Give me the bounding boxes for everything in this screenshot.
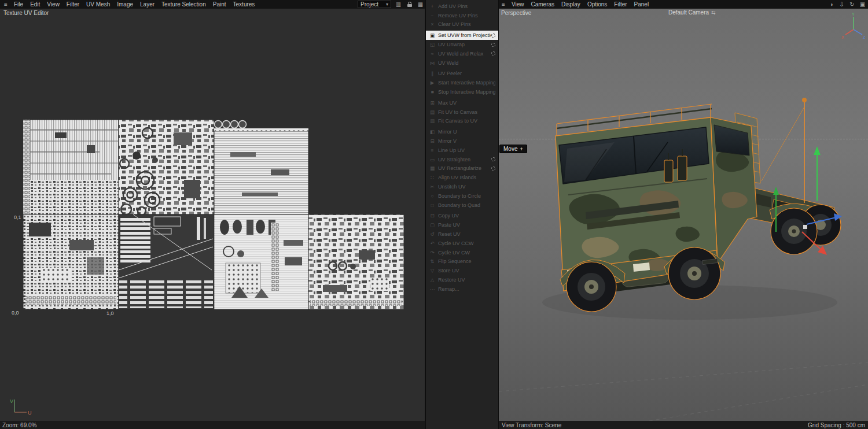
boundary-to-quad-icon: □ <box>429 202 436 208</box>
uv-peeler-icon: ∥ <box>429 71 436 76</box>
uv-menu-item-stop-interactive-mapping[interactable]: ■Stop Interactive Mapping <box>426 87 498 97</box>
vp-menu-display[interactable]: Display <box>558 1 584 8</box>
download-icon[interactable]: ⇩ <box>838 1 845 8</box>
menu-textures[interactable]: Textures <box>230 1 259 8</box>
world-axis-gizmo: Y X Z <box>840 11 867 40</box>
uv-menu-item-cycle-uv-cw[interactable]: ↷Cycle UV CW <box>426 248 498 257</box>
history-icon[interactable]: ↻ <box>848 1 856 8</box>
set-uvw-from-projection-icon: ▣ <box>429 32 436 38</box>
uv-islands[interactable] <box>23 120 404 309</box>
layout-icon[interactable]: ▣ <box>859 1 866 8</box>
cycle-uv-cw-icon: ↷ <box>429 250 436 256</box>
viewport-menu-icon[interactable]: ≡ <box>499 1 508 8</box>
menu-edit[interactable]: Edit <box>27 1 43 8</box>
uv-menu-item-start-interactive-mapping[interactable]: ▶Start Interactive Mapping <box>426 78 498 87</box>
uv-coord-bottom-left: 0,0 <box>12 310 19 316</box>
menu-layer[interactable]: Layer <box>137 1 158 8</box>
menu-item-label: Mirror V <box>438 138 495 144</box>
uv-menu-item-add-uv-pins[interactable]: +Add UV Pins <box>426 2 498 11</box>
uv-tile-1 <box>23 120 119 214</box>
move-icon: + <box>520 146 523 152</box>
uv-menu-item-uv-peeler[interactable]: ∥UV Peeler <box>426 69 498 79</box>
menu-item-label: UV Rectangularize <box>438 165 491 171</box>
gear-icon[interactable] <box>491 43 495 47</box>
viewport-label: Perspective <box>501 10 531 16</box>
truck-model[interactable] <box>499 9 868 421</box>
uv-menu-item-uv-straighten[interactable]: ▭UV Straighten <box>426 155 498 164</box>
uv-menu-item-unstitch-uv[interactable]: ✂Unstitch UV <box>426 182 498 191</box>
uv-menu-item-set-uvw-from-projection[interactable]: ▣Set UVW from Projection <box>426 31 498 40</box>
line-up-uv-icon: ≡ <box>429 147 436 153</box>
uv-menu-item-max-uv[interactable]: ⊞Max UV <box>426 98 498 108</box>
menu-image[interactable]: Image <box>113 1 137 8</box>
gear-icon[interactable] <box>491 51 495 56</box>
menu-texture-selection[interactable]: Texture Selection <box>158 1 209 8</box>
lock-icon[interactable] <box>406 1 413 8</box>
uv-tile-6 <box>214 214 308 309</box>
uv-menu-item-boundary-to-circle[interactable]: ○Boundary to Circle <box>426 191 498 201</box>
grid-icon[interactable]: ▦ <box>417 1 424 8</box>
uv-axis-indicator: V U <box>10 398 32 416</box>
menu-filter[interactable]: Filter <box>63 1 83 8</box>
menu-item-label: Paste UV <box>438 222 495 228</box>
uv-menu-item-fit-canvas-to-uv[interactable]: ▥Fit Canvas to UV <box>426 117 498 126</box>
uv-menu-item-clear-uv-pins[interactable]: ×Clear UV Pins <box>426 20 498 29</box>
uv-editor-menu-icon[interactable]: ≡ <box>1 1 10 8</box>
histogram-icon[interactable]: ▥ <box>395 1 402 8</box>
uv-menu-item-restore-uv[interactable]: △Restore UV <box>426 275 498 284</box>
uv-menu-item-mirror-v[interactable]: ⊟Mirror V <box>426 136 498 146</box>
menu-uv-mesh[interactable]: UV Mesh <box>83 1 113 8</box>
camera-selector[interactable]: Default Camera ⇆ <box>668 9 716 16</box>
vp-menu-options[interactable]: Options <box>584 1 610 8</box>
uv-menu-item-cycle-uv-ccw[interactable]: ↶Cycle UV CCW <box>426 239 498 248</box>
uv-menu-item-uv-weld-and-relax[interactable]: ≈UV Weld and Relax <box>426 49 498 58</box>
truck-body <box>556 98 841 312</box>
viewport-menubar: ViewCamerasDisplayOptionsFilterPanel <box>508 0 652 9</box>
uv-menu-item-paste-uv[interactable]: ▢Paste UV <box>426 220 498 230</box>
uv-menu-item-remove-uv-pins[interactable]: −Remove UV Pins <box>426 11 498 20</box>
uv-menu-item-reset-uv[interactable]: ↺Reset UV <box>426 230 498 239</box>
uv-menu-item-copy-uv[interactable]: ⊡Copy UV <box>426 212 498 221</box>
gear-icon[interactable] <box>491 167 495 171</box>
uv-unwrap-icon: ◱ <box>429 42 436 47</box>
uv-menu-item-store-uv[interactable]: ▽Store UV <box>426 266 498 275</box>
render-settings-icon[interactable]: ◑ <box>827 1 835 8</box>
uv-menu-item-uv-rectangularize[interactable]: ▦UV Rectangularize <box>426 164 498 173</box>
uv-menu-item-boundary-to-quad[interactable]: □Boundary to Quad <box>426 201 498 210</box>
menu-item-label: Align UV Islands <box>438 175 495 180</box>
uv-menu-item-uv-weld[interactable]: ⋈UV Weld <box>426 58 498 68</box>
vp-menu-panel[interactable]: Panel <box>631 1 653 8</box>
camera-swap-icon[interactable]: ⇆ <box>711 10 716 16</box>
align-uv-islands-icon: ∷ <box>429 175 436 180</box>
uv-menu-list: +Add UV Pins−Remove UV Pins×Clear UV Pin… <box>426 2 498 294</box>
vp-menu-filter[interactable]: Filter <box>610 1 630 8</box>
menu-item-label: Flip Sequence <box>438 258 495 264</box>
menu-view[interactable]: View <box>43 1 63 8</box>
stop-interactive-mapping-icon: ■ <box>429 89 436 95</box>
uv-canvas[interactable]: V U <box>0 9 425 421</box>
project-dropdown[interactable]: Project ▾ <box>358 1 391 8</box>
perspective-viewport[interactable]: Perspective Default Camera ⇆ <box>499 9 868 421</box>
menu-paint[interactable]: Paint <box>209 1 230 8</box>
vp-menu-cameras[interactable]: Cameras <box>528 1 558 8</box>
uv-menu-item-uv-unwrap[interactable]: ◱UV Unwrap <box>426 40 498 49</box>
gear-icon[interactable] <box>491 34 495 38</box>
vp-menu-view[interactable]: View <box>508 1 528 8</box>
uv-menu-item-remap[interactable]: ⋯Remap... <box>426 284 498 294</box>
grid-spacing-status: Grid Spacing : 500 cm <box>808 422 865 428</box>
remap-icon: ⋯ <box>429 286 436 292</box>
uv-menu-item-mirror-u[interactable]: ◧Mirror U <box>426 127 498 136</box>
uv-menu-item-align-uv-islands[interactable]: ∷Align UV Islands <box>426 173 498 182</box>
menu-item-label: UV Peeler <box>438 71 495 76</box>
uv-menu-item-fit-uv-to-canvas[interactable]: ▤Fit UV to Canvas <box>426 108 498 117</box>
menu-item-label: Boundary to Circle <box>438 193 495 199</box>
menu-item-label: Set UVW from Projection <box>438 32 491 38</box>
uv-menu-item-flip-sequence[interactable]: ⇅Flip Sequence <box>426 257 498 267</box>
gear-icon[interactable] <box>491 157 495 161</box>
menu-item-label: Boundary to Quad <box>438 202 495 208</box>
flip-sequence-icon: ⇅ <box>429 258 436 264</box>
z-axis-label: Z <box>863 35 866 39</box>
uv-menu-item-line-up-uv[interactable]: ≡Line Up UV <box>426 146 498 155</box>
menu-file[interactable]: File <box>10 1 27 8</box>
uv-pin-circles <box>215 121 247 128</box>
